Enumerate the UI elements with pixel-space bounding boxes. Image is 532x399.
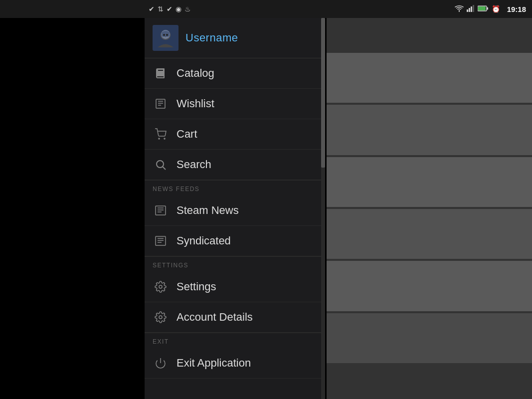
nav-item-catalog[interactable]: Catalog <box>145 58 324 89</box>
nav-item-wishlist[interactable]: Wishlist <box>145 89 324 119</box>
username-label: Username <box>185 31 238 44</box>
status-bar: ✔ ⇅ ✔ ◉ ♨ <box>0 0 532 18</box>
check2-icon: ✔ <box>167 5 173 13</box>
nav-item-account-details[interactable]: Account Details <box>145 302 324 333</box>
svg-point-30 <box>159 316 162 319</box>
steam-news-icon <box>153 202 169 218</box>
content-block-6 <box>327 313 532 364</box>
cart-icon <box>153 126 169 142</box>
svg-point-11 <box>166 34 168 36</box>
catalog-label: Catalog <box>177 67 214 80</box>
avatar-image <box>153 25 178 51</box>
signal-icon <box>467 5 475 13</box>
user-header[interactable]: Username <box>145 18 324 58</box>
svg-rect-2 <box>471 6 472 12</box>
avatar <box>153 25 178 51</box>
sync-icon: ⇅ <box>158 5 164 13</box>
svg-rect-0 <box>467 9 468 12</box>
svg-point-10 <box>163 34 165 36</box>
nav-item-search[interactable]: Search <box>145 150 324 180</box>
nav-item-exit-application[interactable]: Exit Application <box>145 348 324 379</box>
scroll-track[interactable] <box>321 18 325 399</box>
content-block-5 <box>327 261 532 312</box>
exit-header: EXIT <box>145 333 324 348</box>
exit-application-label: Exit Application <box>177 357 251 370</box>
steam-news-label: Steam News <box>177 204 239 217</box>
content-block-3 <box>327 157 532 208</box>
nav-item-steam-news[interactable]: Steam News <box>145 196 324 226</box>
svg-rect-6 <box>487 7 488 9</box>
circle-icon: ◉ <box>176 5 181 13</box>
settings-header: SETTINGS <box>145 256 324 272</box>
wishlist-label: Wishlist <box>177 97 214 110</box>
svg-rect-12 <box>156 99 165 108</box>
svg-point-29 <box>159 285 162 288</box>
scroll-thumb[interactable] <box>321 18 325 168</box>
navigation-drawer: Username Catalog Wishlist <box>145 18 324 399</box>
cart-label: Cart <box>177 128 197 141</box>
alarm-icon: ⏰ <box>492 5 500 13</box>
nav-item-syndicated[interactable]: Syndicated <box>145 226 324 256</box>
svg-rect-1 <box>469 8 470 12</box>
settings-icon <box>153 279 169 295</box>
svg-line-19 <box>163 167 166 170</box>
svg-rect-3 <box>473 5 474 12</box>
content-block-2 <box>327 105 532 156</box>
wishlist-icon <box>153 96 169 112</box>
content-block-4 <box>327 209 532 260</box>
news-feeds-header: NEWS FEEDS <box>145 180 324 196</box>
steam-icon: ♨ <box>184 5 191 13</box>
svg-point-16 <box>159 138 160 139</box>
battery-icon <box>478 5 489 13</box>
svg-point-18 <box>157 161 164 168</box>
nav-item-cart[interactable]: Cart <box>145 119 324 150</box>
content-panel <box>327 18 532 399</box>
account-details-label: Account Details <box>177 311 253 324</box>
account-details-icon <box>153 309 169 325</box>
settings-label: Settings <box>177 280 216 293</box>
syndicated-label: Syndicated <box>177 234 231 247</box>
svg-rect-25 <box>156 236 166 245</box>
power-icon <box>153 355 169 371</box>
search-label: Search <box>177 158 211 171</box>
check-icon: ✔ <box>149 5 155 13</box>
system-status-icons: ⏰ 19:18 <box>455 5 526 13</box>
clock: 19:18 <box>507 5 526 13</box>
search-icon <box>153 157 169 173</box>
svg-point-17 <box>164 138 165 139</box>
notification-icons: ✔ ⇅ ✔ ◉ ♨ <box>145 0 195 18</box>
nav-item-settings[interactable]: Settings <box>145 272 324 302</box>
book-icon <box>153 65 169 81</box>
svg-rect-5 <box>478 6 486 10</box>
syndicated-icon <box>153 233 169 249</box>
content-block-1 <box>327 53 532 104</box>
svg-rect-20 <box>156 206 166 215</box>
wifi-icon <box>455 5 464 13</box>
